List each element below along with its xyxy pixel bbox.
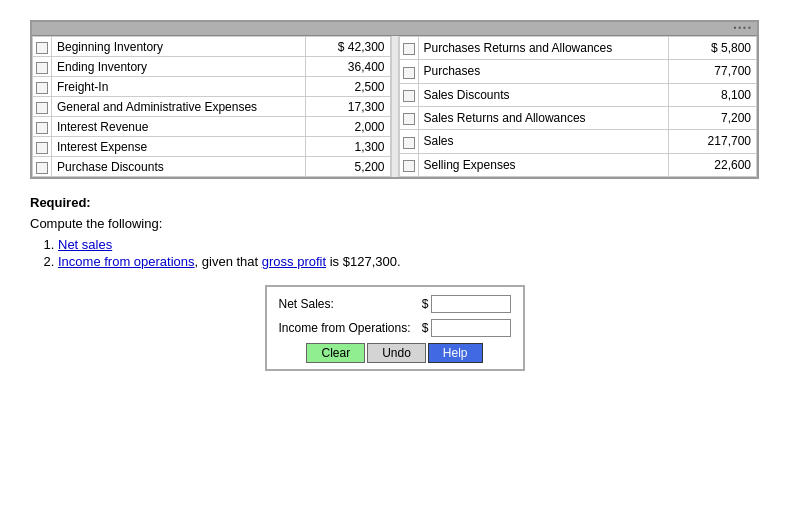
data-table-outer: ▪▪▪▪ Beginning Inventory $ 42,300 Ending… bbox=[30, 20, 759, 179]
table-row: Purchases 77,700 bbox=[399, 60, 757, 83]
checkbox-right-2[interactable] bbox=[403, 90, 415, 102]
table-row: Beginning Inventory $ 42,300 bbox=[33, 37, 391, 57]
checkbox-cell-right-2[interactable] bbox=[399, 83, 418, 106]
income-ops-row: Income from Operations: $ bbox=[279, 319, 511, 337]
compute-text: Compute the following: bbox=[30, 216, 759, 231]
btn-row: Clear Undo Help bbox=[279, 343, 511, 363]
gross-profit-link[interactable]: gross profit bbox=[262, 254, 326, 269]
value-cell-left-0: $ 42,300 bbox=[306, 37, 390, 57]
table-row: Sales Discounts 8,100 bbox=[399, 83, 757, 106]
value-cell-right-1: 77,700 bbox=[669, 60, 757, 83]
value-cell-right-2: 8,100 bbox=[669, 83, 757, 106]
table-top-bar: ▪▪▪▪ bbox=[32, 22, 757, 36]
value-cell-right-4: 217,700 bbox=[669, 130, 757, 153]
net-sales-input[interactable] bbox=[431, 295, 511, 313]
checkbox-cell-right-4[interactable] bbox=[399, 130, 418, 153]
list-item-2-text1: , given that bbox=[195, 254, 262, 269]
help-button[interactable]: Help bbox=[428, 343, 483, 363]
checkbox-right-5[interactable] bbox=[403, 160, 415, 172]
table-row: Sales Returns and Allowances 7,200 bbox=[399, 106, 757, 129]
main-container: ▪▪▪▪ Beginning Inventory $ 42,300 Ending… bbox=[30, 20, 759, 371]
label-cell-right-5: Selling Expenses bbox=[418, 153, 669, 176]
checkbox-cell-right-1[interactable] bbox=[399, 60, 418, 83]
value-cell-right-3: 7,200 bbox=[669, 106, 757, 129]
table-row: Sales 217,700 bbox=[399, 130, 757, 153]
checkbox-cell-left-1[interactable] bbox=[33, 57, 52, 77]
net-sales-row: Net Sales: $ bbox=[279, 295, 511, 313]
numbered-list: Net sales Income from operations, given … bbox=[30, 237, 759, 269]
label-cell-left-2: Freight-In bbox=[52, 77, 306, 97]
checkbox-right-4[interactable] bbox=[403, 137, 415, 149]
required-title: Required: bbox=[30, 195, 759, 210]
value-cell-left-1: 36,400 bbox=[306, 57, 390, 77]
value-cell-left-3: 17,300 bbox=[306, 97, 390, 117]
checkbox-left-3[interactable] bbox=[36, 102, 48, 114]
label-cell-left-4: Interest Revenue bbox=[52, 117, 306, 137]
value-cell-left-5: 1,300 bbox=[306, 137, 390, 157]
table-row: Interest Revenue 2,000 bbox=[33, 117, 391, 137]
income-ops-dollar: $ bbox=[422, 321, 429, 335]
table-content: Beginning Inventory $ 42,300 Ending Inve… bbox=[32, 36, 757, 177]
table-row: Interest Expense 1,300 bbox=[33, 137, 391, 157]
checkbox-cell-right-5[interactable] bbox=[399, 153, 418, 176]
label-cell-left-0: Beginning Inventory bbox=[52, 37, 306, 57]
checkbox-cell-right-0[interactable] bbox=[399, 37, 418, 60]
net-sales-label: Net Sales: bbox=[279, 297, 334, 311]
checkbox-cell-right-3[interactable] bbox=[399, 106, 418, 129]
table-row: Purchase Discounts 5,200 bbox=[33, 157, 391, 177]
checkbox-right-1[interactable] bbox=[403, 67, 415, 79]
label-cell-right-4: Sales bbox=[418, 130, 669, 153]
checkbox-left-0[interactable] bbox=[36, 42, 48, 54]
table-dots: ▪▪▪▪ bbox=[734, 23, 753, 32]
checkbox-right-3[interactable] bbox=[403, 113, 415, 125]
checkbox-cell-left-6[interactable] bbox=[33, 157, 52, 177]
label-cell-left-3: General and Administrative Expenses bbox=[52, 97, 306, 117]
answer-box: Net Sales: $ Income from Operations: $ C… bbox=[265, 285, 525, 371]
label-cell-right-3: Sales Returns and Allowances bbox=[418, 106, 669, 129]
label-cell-left-1: Ending Inventory bbox=[52, 57, 306, 77]
list-item-1: Net sales bbox=[58, 237, 759, 252]
income-ops-label: Income from Operations: bbox=[279, 321, 411, 335]
checkbox-left-1[interactable] bbox=[36, 62, 48, 74]
left-data-table: Beginning Inventory $ 42,300 Ending Inve… bbox=[32, 36, 391, 177]
list-item-2-text2: is $127,300. bbox=[326, 254, 400, 269]
table-divider bbox=[391, 36, 399, 177]
table-row: General and Administrative Expenses 17,3… bbox=[33, 97, 391, 117]
required-section: Required: Compute the following: Net sal… bbox=[30, 195, 759, 269]
label-cell-left-6: Purchase Discounts bbox=[52, 157, 306, 177]
label-cell-left-5: Interest Expense bbox=[52, 137, 306, 157]
checkbox-cell-left-2[interactable] bbox=[33, 77, 52, 97]
answer-box-wrapper: Net Sales: $ Income from Operations: $ C… bbox=[30, 285, 759, 371]
checkbox-left-2[interactable] bbox=[36, 82, 48, 94]
label-cell-right-2: Sales Discounts bbox=[418, 83, 669, 106]
undo-button[interactable]: Undo bbox=[367, 343, 426, 363]
checkbox-left-4[interactable] bbox=[36, 122, 48, 134]
checkbox-cell-left-3[interactable] bbox=[33, 97, 52, 117]
label-cell-right-0: Purchases Returns and Allowances bbox=[418, 37, 669, 60]
label-cell-right-1: Purchases bbox=[418, 60, 669, 83]
table-row: Ending Inventory 36,400 bbox=[33, 57, 391, 77]
checkbox-right-0[interactable] bbox=[403, 43, 415, 55]
clear-button[interactable]: Clear bbox=[306, 343, 365, 363]
income-from-operations-link[interactable]: Income from operations bbox=[58, 254, 195, 269]
value-cell-left-6: 5,200 bbox=[306, 157, 390, 177]
net-sales-dollar: $ bbox=[422, 297, 429, 311]
income-ops-input[interactable] bbox=[431, 319, 511, 337]
value-cell-right-5: 22,600 bbox=[669, 153, 757, 176]
net-sales-link[interactable]: Net sales bbox=[58, 237, 112, 252]
value-cell-right-0: $ 5,800 bbox=[669, 37, 757, 60]
list-item-2: Income from operations, given that gross… bbox=[58, 254, 759, 269]
table-row: Purchases Returns and Allowances $ 5,800 bbox=[399, 37, 757, 60]
checkbox-left-6[interactable] bbox=[36, 162, 48, 174]
income-ops-input-wrapper: $ bbox=[422, 319, 511, 337]
checkbox-cell-left-0[interactable] bbox=[33, 37, 52, 57]
checkbox-cell-left-4[interactable] bbox=[33, 117, 52, 137]
table-row: Selling Expenses 22,600 bbox=[399, 153, 757, 176]
checkbox-cell-left-5[interactable] bbox=[33, 137, 52, 157]
net-sales-input-wrapper: $ bbox=[422, 295, 511, 313]
value-cell-left-4: 2,000 bbox=[306, 117, 390, 137]
value-cell-left-2: 2,500 bbox=[306, 77, 390, 97]
checkbox-left-5[interactable] bbox=[36, 142, 48, 154]
right-data-table: Purchases Returns and Allowances $ 5,800… bbox=[399, 36, 758, 177]
table-row: Freight-In 2,500 bbox=[33, 77, 391, 97]
